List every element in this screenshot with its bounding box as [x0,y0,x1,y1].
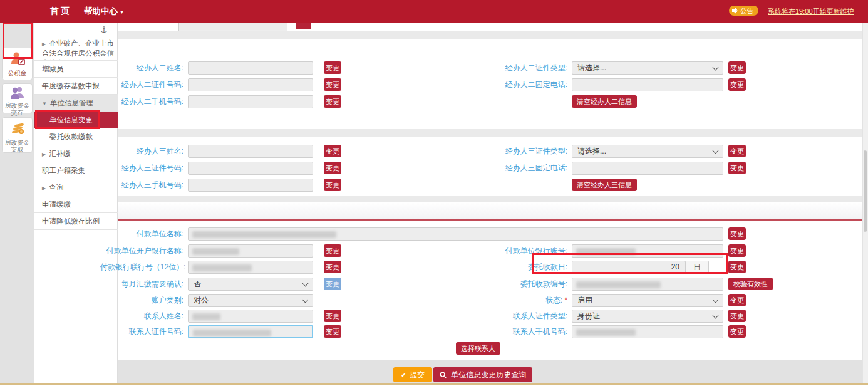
masked-value [192,313,220,320]
clipped-input[interactable] [178,23,287,31]
nav-home[interactable]: 首 页 [50,0,70,23]
sidebar-item-unit-info-change[interactable]: 单位信息变更 [34,112,118,128]
rail-item-housing-withdraw[interactable]: 房改资金 支取 [2,117,33,153]
agent3-name-input[interactable] [188,145,313,158]
pay-bank-acct-label: 付款单位银行账号: [432,244,567,258]
contact-idtype-change-button[interactable]: 变更 [728,310,746,322]
sidebar-item-enterprise-check[interactable]: 企业破产、企业上市合法合规住房公积金信息核查 [34,35,118,61]
page-bottom-border [0,383,868,385]
pay-bank-acct-change-button[interactable]: 变更 [728,244,746,257]
agent2-tel-change-button[interactable]: 变更 [728,78,746,91]
contact-id-input[interactable] [188,325,313,338]
pay-bank-code-change-button[interactable]: 变更 [324,261,341,273]
pay-bank-acct-input[interactable] [572,244,723,258]
scrollbar-thumb[interactable] [864,150,867,232]
masked-value [576,329,636,336]
agent2-name-field[interactable] [189,62,313,74]
agent2-tel-field[interactable] [572,79,723,91]
app-window: 首 页 帮助中心 公告 系统将在19:00开始更新维护 公积金 [0,0,868,386]
chevron-down-icon [713,297,719,303]
pay-acct-type-select[interactable]: 对公 [188,294,313,307]
chevron-down-icon [713,65,719,71]
agent2-idno-input[interactable] [188,78,313,91]
announcement-badge-label: 公告 [740,7,753,14]
rail-item-fund[interactable]: 公积金 [2,48,33,80]
agent2-idtype-select[interactable]: 请选择... [572,61,723,75]
agent3-idtype-select[interactable]: 请选择... [572,145,723,158]
pay-bank-name-input[interactable] [188,244,313,258]
clear-agent2-button[interactable]: 清空经办人二信息 [572,95,637,108]
pay-bank-code-input[interactable] [188,261,313,274]
select-contact-button[interactable]: 选择联系人 [456,342,500,355]
chevron-down-icon [302,297,309,303]
agent3-mobile-change-button[interactable]: 变更 [324,179,341,191]
contact-name-input[interactable] [188,310,313,323]
agent3-tel-change-button[interactable]: 变更 [728,162,746,174]
collect-day-change-button[interactable]: 变更 [728,261,746,273]
collect-day-unit: 日 [685,261,709,274]
clear-agent3-button[interactable]: 清空经办人三信息 [572,179,637,191]
anchor-icon[interactable]: ⚓ [100,25,108,34]
agent3-mobile-field[interactable] [189,179,313,191]
contact-mobile-input[interactable] [572,325,723,338]
sidebar-item-entrusted-collection[interactable]: 委托收款缴款 [34,128,118,145]
collect-day-input[interactable]: 20 [572,261,685,274]
contact-id-label: 联系人证件号码: [100,325,183,338]
agent2-mobile-field[interactable] [189,96,313,108]
masked-value [192,231,336,238]
pay-monthly-confirm-change-button[interactable]: 变更 [324,278,341,290]
collect-no-label: 委托收款编号: [432,278,567,291]
rail-item-housing-deposit[interactable]: 房改资金 交存 [2,83,33,113]
agent2-idtype-label: 经办人二证件类型: [432,61,567,75]
agent3-mobile-input[interactable] [188,179,313,192]
agent2-mobile-label: 经办人二手机号码: [100,95,183,108]
status-select[interactable]: 启用 [572,294,723,307]
pay-company-change-button[interactable]: 变更 [728,227,746,240]
agent3-name-change-button[interactable]: 变更 [324,145,341,157]
agent3-idno-field[interactable] [189,162,313,174]
agent2-idtype-change-button[interactable]: 变更 [728,61,746,74]
contact-name-change-button[interactable]: 变更 [324,310,341,322]
agent3-idno-change-button[interactable]: 变更 [324,162,341,174]
submit-button[interactable]: 提交 [393,367,432,382]
pay-company-input[interactable] [188,227,723,241]
agent2-idno-label: 经办人二证件号码: [100,78,183,91]
pay-bank-name-change-button[interactable]: 变更 [324,244,341,257]
collect-no-input[interactable] [572,278,723,291]
agent2-idno-field[interactable] [189,79,313,91]
agent3-tel-field[interactable] [572,162,723,174]
status-change-button[interactable]: 变更 [728,294,746,306]
nav-help-center[interactable]: 帮助中心 [84,0,123,23]
agent2-name-input[interactable] [188,61,313,75]
search-icon [440,372,447,378]
maintenance-notice-link[interactable]: 系统将在19:00开始更新维护 [768,7,854,16]
contact-mobile-change-button[interactable]: 变更 [728,325,746,338]
collect-day-label: 委托收款日: [432,261,567,274]
rail-item-fund-label: 公积金 [3,70,32,76]
agent2-name-change-button[interactable]: 变更 [324,61,341,74]
pay-monthly-confirm-value: 否 [194,278,201,290]
sidebar-item-apply-deferral[interactable]: 申请缓缴 [34,196,118,213]
agent3-name-field[interactable] [189,145,313,157]
section-divider [118,196,862,202]
pay-monthly-confirm-select[interactable]: 否 [188,278,313,291]
change-history-query-button[interactable]: 单位信息变更历史查询 [433,367,532,382]
contact-idtype-select[interactable]: 身份证 [572,310,723,323]
masked-value [192,248,239,255]
agent2-mobile-change-button[interactable]: 变更 [324,95,341,108]
pay-monthly-confirm-label: 每月汇缴需要确认: [100,278,183,291]
collect-day-value: 20 [671,261,679,273]
agent2-idno-change-button[interactable]: 变更 [324,78,341,91]
agent3-idno-input[interactable] [188,162,313,175]
agent2-tel-input[interactable] [572,78,723,91]
verify-validity-button[interactable]: 校验有效性 [728,278,773,290]
clipped-change-button[interactable] [296,23,311,29]
agent3-tel-input[interactable] [572,162,723,175]
contact-id-change-button[interactable]: 变更 [324,325,341,338]
person-edit-icon [9,51,26,67]
announcement-badge[interactable]: 公告 [729,6,758,16]
submit-button-label: 提交 [410,370,425,379]
agent3-idtype-change-button[interactable]: 变更 [728,145,746,157]
pay-acct-type-value: 对公 [194,295,209,306]
agent2-mobile-input[interactable] [188,95,313,108]
